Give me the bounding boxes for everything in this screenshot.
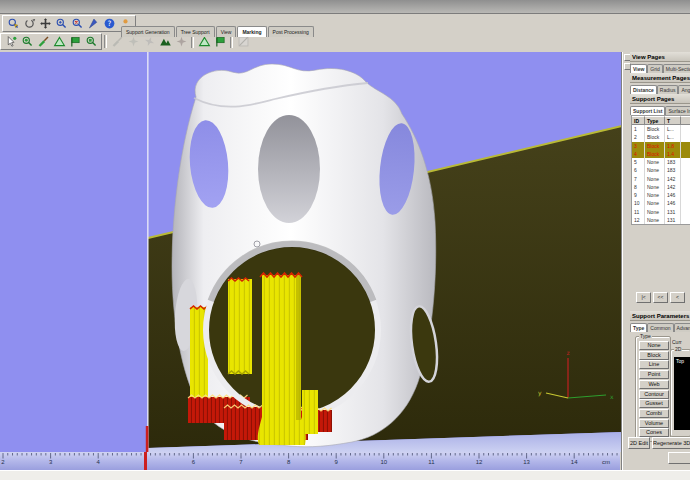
- tab-marking[interactable]: Marking: [237, 26, 266, 37]
- type-button-line[interactable]: Line: [639, 360, 669, 369]
- panel-tab-surface-info[interactable]: Surface Info: [665, 106, 690, 115]
- type-button-gusset[interactable]: Gusset: [639, 399, 669, 408]
- panel-tab-common[interactable]: Common: [647, 323, 673, 332]
- viewport-3d[interactable]: z x y: [0, 52, 622, 452]
- type-button-cones[interactable]: Cones: [639, 428, 669, 437]
- support-slab-mid: [228, 279, 252, 374]
- panel-tab-angle[interactable]: Angle: [678, 85, 690, 94]
- mark-region-icon[interactable]: [83, 34, 99, 49]
- table-cell: None: [645, 199, 665, 207]
- table-cell: 2: [632, 133, 645, 141]
- table-cell: [681, 125, 690, 133]
- table-cell: 183: [665, 166, 681, 174]
- table-cell: None: [645, 175, 665, 183]
- table-row[interactable]: 8None142: [632, 183, 690, 191]
- type-button-none[interactable]: None: [639, 341, 669, 350]
- zoom-window-icon[interactable]: [5, 16, 21, 31]
- table-cell: 6: [632, 166, 645, 174]
- ruler-number: 13: [523, 459, 530, 465]
- ruler-number: 3: [49, 459, 52, 465]
- type-button-combi[interactable]: Combi: [639, 409, 669, 418]
- measurement-pages-tabs: DistanceRadiusAngle: [630, 83, 690, 94]
- table-row[interactable]: 3Block1.8: [632, 142, 690, 150]
- ruler-number: 9: [335, 459, 338, 465]
- panel-tab-type[interactable]: Type: [630, 323, 647, 332]
- slice-marker-ruler[interactable]: [144, 452, 147, 472]
- ruler-number: 8: [287, 459, 290, 465]
- table-cell: [681, 208, 690, 216]
- svg-text:?: ?: [107, 19, 111, 28]
- table-cell: 8: [632, 183, 645, 191]
- table-cell: None: [645, 183, 665, 191]
- column-header[interactable]: [681, 116, 690, 125]
- toolbar-separator: [104, 35, 107, 48]
- type-button-contour[interactable]: Contour: [639, 390, 669, 399]
- type-button-point[interactable]: Point: [639, 370, 669, 379]
- axis-x-label: x: [610, 393, 614, 400]
- panel-tab-distance[interactable]: Distance: [630, 85, 657, 94]
- tab-post-processing[interactable]: Post Processing: [268, 26, 314, 37]
- edit-2d-button[interactable]: 2D Edit: [628, 437, 650, 449]
- tab-tree-support[interactable]: Tree Support: [176, 26, 215, 37]
- axis-z-label: z: [566, 349, 569, 356]
- table-row[interactable]: 10None146: [632, 199, 690, 207]
- table-row[interactable]: 1BlockL...: [632, 125, 690, 133]
- zoom-out-icon[interactable]: [69, 16, 85, 31]
- column-header[interactable]: T: [665, 116, 681, 125]
- table-row[interactable]: 9None146: [632, 191, 690, 199]
- regenerate-3d-button[interactable]: Regenerate 3D: [652, 437, 690, 449]
- table-row[interactable]: 11None131: [632, 208, 690, 216]
- column-header[interactable]: ID: [632, 116, 645, 125]
- application-window: ? Support GenerationTree SupportViewMark…: [0, 0, 690, 480]
- rotate-icon[interactable]: [21, 16, 37, 31]
- tab-support-generation[interactable]: Support Generation: [121, 26, 175, 37]
- type-button-block[interactable]: Block: [639, 351, 669, 360]
- pager-button[interactable]: <: [670, 292, 685, 303]
- table-cell: [681, 175, 690, 183]
- panel-tab-view[interactable]: View: [630, 64, 647, 73]
- panel-tab-multi-section[interactable]: Multi-Section: [663, 64, 690, 73]
- table-cell: 146: [665, 199, 681, 207]
- model-hole-center: [258, 115, 320, 223]
- toolbar-area: ? Support GenerationTree SupportViewMark…: [0, 14, 690, 52]
- table-row[interactable]: 5None183: [632, 158, 690, 166]
- table-row[interactable]: 4Block1.4: [632, 150, 690, 158]
- mark-zoom-icon[interactable]: [19, 34, 35, 49]
- mark-brush-icon[interactable]: [35, 34, 51, 49]
- mark-triangle-icon[interactable]: [51, 34, 67, 49]
- panel-tab-support-list[interactable]: Support List: [630, 106, 665, 115]
- table-cell: [681, 142, 690, 150]
- column-header[interactable]: Type: [645, 116, 665, 125]
- mark-cursor-icon[interactable]: [3, 34, 19, 49]
- table-cell: 3: [632, 142, 645, 150]
- table-cell: 1: [632, 125, 645, 133]
- table-cell: None: [645, 158, 665, 166]
- mark-flag-icon[interactable]: [67, 34, 83, 49]
- support-list-table[interactable]: IDTypeT1BlockL...2BlockL...3Block1.84Blo…: [631, 115, 690, 225]
- panel-tab-grid[interactable]: Grid: [647, 64, 662, 73]
- help-icon[interactable]: ?: [101, 16, 117, 31]
- pan-icon[interactable]: [37, 16, 53, 31]
- pointer-dart-icon[interactable]: [85, 16, 101, 31]
- ruler-number: 10: [380, 459, 387, 465]
- panel-tab-radius[interactable]: Radius: [657, 85, 679, 94]
- table-row[interactable]: 2BlockL...: [632, 133, 690, 141]
- table-cell: [681, 166, 690, 174]
- ruler-number: 7: [239, 459, 242, 465]
- support-2d-preview[interactable]: Top: [674, 357, 690, 430]
- pager-button[interactable]: <<: [653, 292, 668, 303]
- partial-button[interactable]: [668, 452, 690, 464]
- tab-view[interactable]: View: [216, 26, 237, 37]
- table-cell: 142: [665, 175, 681, 183]
- pager-button[interactable]: |<: [636, 292, 651, 303]
- type-button-web[interactable]: Web: [639, 380, 669, 389]
- table-row[interactable]: 6None183: [632, 166, 690, 174]
- table-row[interactable]: 7None142: [632, 175, 690, 183]
- type-button-volume[interactable]: Volume: [639, 419, 669, 428]
- table-cell: Block: [645, 150, 665, 158]
- zoom-in-icon[interactable]: [53, 16, 69, 31]
- table-row[interactable]: 12None131: [632, 216, 690, 224]
- panel-tab-advanced[interactable]: Advanced: [674, 323, 690, 332]
- support-list-pager: |<<<<: [636, 292, 687, 303]
- status-bar: [0, 470, 690, 480]
